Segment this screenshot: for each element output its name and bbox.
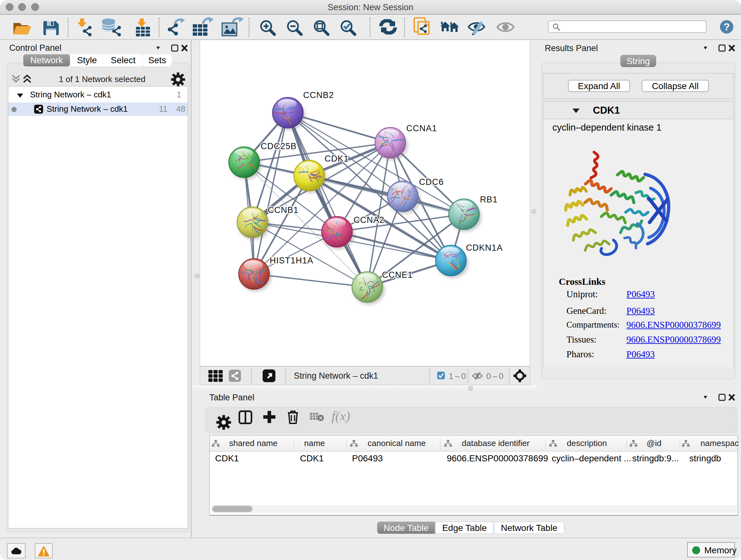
svg-text:CCNB1: CCNB1 [268,205,299,215]
svg-text:CDC25B: CDC25B [261,141,297,151]
svg-text:HIST1H1A: HIST1H1A [270,256,313,265]
svg-text:CDK1: CDK1 [325,154,349,164]
svg-text:CDKN1A: CDKN1A [466,243,503,253]
svg-text:CCNA2: CCNA2 [354,215,385,225]
svg-text:CCNA1: CCNA1 [406,124,437,133]
svg-text:CDC6: CDC6 [419,177,444,187]
svg-text:CCNB2: CCNB2 [303,90,334,100]
svg-text:RB1: RB1 [480,195,498,204]
svg-text:CCNE1: CCNE1 [382,270,413,280]
